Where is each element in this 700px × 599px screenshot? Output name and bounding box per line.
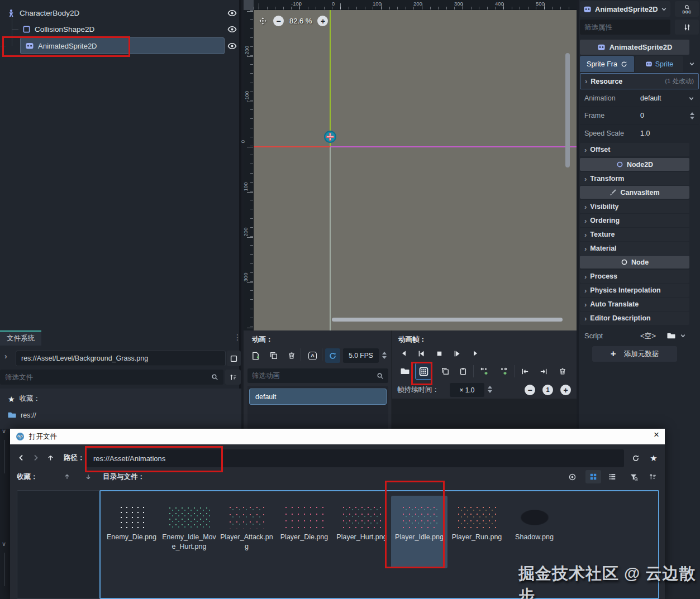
grid-view-button[interactable] [585, 470, 601, 483]
canvas-2d[interactable] [254, 10, 577, 330]
open-docs-button[interactable]: DOC [675, 1, 699, 17]
file-item[interactable]: Player_Attack.png [218, 496, 275, 568]
favorite-toggle-button[interactable]: ★ [647, 452, 660, 465]
inspector-tools-button[interactable] [675, 20, 699, 35]
file-item[interactable]: Enemy_Die.png [103, 496, 160, 568]
animation-dropdown[interactable]: default [640, 94, 661, 102]
add-animation-button[interactable] [248, 348, 263, 363]
delete-frame-button[interactable] [555, 364, 570, 378]
move-frame-left-button[interactable] [518, 364, 533, 378]
frames-zoom-in-button[interactable]: + [560, 385, 571, 395]
file-item[interactable]: Shadow.png [506, 496, 563, 568]
group-texture[interactable]: ›Texture [580, 228, 689, 241]
add-metadata-button[interactable]: + 添加元数据 [592, 346, 677, 362]
center-view-icon[interactable] [258, 16, 268, 26]
file-item[interactable]: Enemy_Idle_Move_Hurt.png [161, 496, 217, 568]
tab-overflow-chevron[interactable] [684, 56, 699, 72]
autoplay-on-start-button[interactable]: A [305, 348, 320, 363]
group-editor-description[interactable]: ›Editor Description [580, 312, 689, 325]
expand-chevron-icon[interactable]: › [4, 352, 7, 361]
inspector-filter-input[interactable] [580, 20, 670, 35]
insert-frame-after-button[interactable] [496, 364, 511, 378]
loop-button[interactable] [325, 348, 340, 363]
visibility-eye-icon[interactable] [226, 7, 238, 19]
frame-stepper[interactable]: 0 [640, 112, 644, 119]
frame-duration-input[interactable]: × 1.0 [450, 383, 484, 397]
play-backwards-button[interactable] [396, 346, 411, 361]
favorite-move-up-button[interactable] [59, 470, 75, 483]
root-folder-row[interactable]: res:// [8, 411, 36, 419]
insert-frame-before-button[interactable] [477, 364, 492, 378]
stop-button[interactable] [432, 346, 447, 361]
play-button[interactable] [468, 346, 483, 361]
frames-zoom-reset-button[interactable]: 1 [542, 385, 553, 395]
animation-filter-input[interactable] [247, 368, 388, 383]
group-auto-translate[interactable]: ›Auto Translate [580, 298, 689, 311]
group-material[interactable]: ›Material [580, 242, 689, 255]
file-sort-button[interactable] [225, 370, 241, 385]
sort-files-button[interactable] [645, 470, 660, 483]
toggle-hidden-files-button[interactable] [564, 470, 580, 483]
list-view-button[interactable] [604, 470, 620, 483]
copy-frame-button[interactable] [437, 364, 453, 378]
tree-item-collisionshape2d[interactable]: CollisionShape2D [22, 21, 94, 37]
zoom-percentage[interactable]: 82.6 % [289, 17, 312, 25]
tab-sprite-frames[interactable]: Sprite Fra [580, 56, 634, 72]
filesystem-filter-input[interactable] [0, 370, 223, 385]
file-item[interactable]: Player_Die.png [276, 496, 332, 568]
fps-spinner[interactable] [382, 352, 387, 359]
frames-zoom-out-button[interactable]: − [525, 385, 535, 395]
visibility-eye-icon[interactable] [226, 40, 238, 52]
filter-files-field[interactable] [5, 373, 211, 381]
tree-item-characterbody2d[interactable]: CharacterBody2D [7, 5, 79, 21]
group-physics-interpolation[interactable]: ›Physics Interpolation [580, 284, 689, 297]
close-icon[interactable]: × [654, 430, 659, 439]
fps-input[interactable]: 5.0 FPS [343, 348, 379, 363]
script-value[interactable]: <空> [640, 331, 656, 341]
nav-up-button[interactable] [44, 451, 57, 464]
play-backwards-from-end-button[interactable] [414, 346, 429, 361]
paste-frame-button[interactable] [455, 364, 470, 378]
speed-scale-field[interactable]: 1.0 [640, 130, 650, 137]
panel-menu-icon[interactable]: ⋮ [234, 333, 242, 342]
viewport-2d[interactable]: -100 0 100 200 300 400 500 -200 -100 0 1… [244, 0, 577, 330]
tab-filesystem[interactable]: 文件系统 [0, 330, 41, 346]
play-from-start-button[interactable] [450, 346, 465, 361]
group-transform[interactable]: ›Transform [580, 172, 689, 185]
delete-animation-button[interactable] [284, 348, 299, 363]
move-frame-right-button[interactable] [536, 364, 551, 378]
chevron-down-icon[interactable] [688, 95, 694, 102]
split-mode-button[interactable] [227, 351, 241, 366]
filter-properties-field[interactable] [584, 23, 674, 31]
filter-animations-field[interactable] [252, 372, 377, 380]
resource-group-row[interactable]: › Resource (1 处改动) [580, 73, 699, 89]
tab-sprite[interactable]: Sprite [635, 56, 683, 72]
visibility-eye-icon[interactable] [226, 23, 238, 35]
chevron-down-icon[interactable] [680, 333, 686, 339]
file-item[interactable]: Player_Run.png [449, 496, 505, 568]
origin-gizmo[interactable] [324, 131, 336, 143]
zoom-in-button[interactable]: + [317, 16, 328, 26]
inspector-node-selector[interactable]: AnimatedSprite2D [580, 1, 670, 17]
stepper-arrows-icon[interactable] [690, 112, 694, 119]
load-frames-from-file-button[interactable] [397, 364, 412, 378]
duration-spinner[interactable] [488, 386, 492, 393]
folder-icon[interactable] [667, 332, 675, 340]
vertical-scrollbar[interactable] [565, 53, 570, 167]
filter-files-button[interactable] [626, 470, 641, 483]
frames-strip-area[interactable] [392, 399, 577, 429]
filesystem-path-breadcrumb[interactable]: res://Asset/Level/Background_Grass.png [16, 351, 226, 366]
dialog-favorites-list[interactable] [17, 490, 105, 599]
duplicate-animation-button[interactable] [266, 348, 281, 363]
horizontal-scrollbar[interactable] [332, 318, 563, 322]
nav-forward-button[interactable] [29, 451, 42, 464]
group-ordering[interactable]: ›Ordering [580, 214, 689, 227]
group-process[interactable]: ›Process [580, 270, 689, 283]
animation-item-default[interactable]: default [249, 389, 387, 405]
nav-back-button[interactable] [15, 451, 28, 464]
refresh-button[interactable] [629, 452, 642, 465]
file-item[interactable]: Player_Hurt.png [334, 496, 390, 568]
group-visibility[interactable]: ›Visibility [580, 200, 689, 213]
group-offset[interactable]: ›Offset [580, 143, 689, 156]
zoom-out-button[interactable]: − [273, 16, 284, 26]
